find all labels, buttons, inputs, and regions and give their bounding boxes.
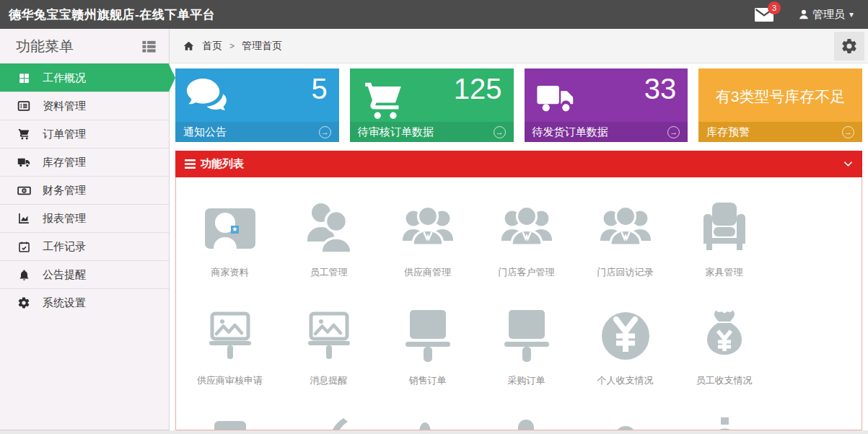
arrow-circle-icon[interactable]: → [667,126,680,138]
breadcrumb-separator: > [229,41,234,51]
cart-large-icon [361,78,405,123]
sidebar-item-finance-mgmt[interactable]: 财务管理 [0,176,169,204]
sidebar-item-label: 资料管理 [43,99,86,113]
function-item-label: 个人收支情况 [597,374,654,387]
chevron-down-icon[interactable] [843,161,853,167]
breadcrumb-current: 管理首页 [242,40,282,53]
sidebar-item-inventory-mgmt[interactable]: 库存管理 [0,148,169,176]
content: 5 通知公告 → 125 待审核订单数据 → 33 待发货订单数据 → [170,63,868,430]
tile-label: 待审核订单数据 [358,125,434,139]
function-item-employee-mgmt[interactable]: 员工管理 [279,196,378,304]
arrow-circle-icon[interactable]: → [319,126,331,138]
sidebar-item-label: 报表管理 [43,212,86,226]
truck-large-icon [535,78,577,120]
function-item-label: 采购订单 [508,374,545,387]
function-item-sales-order[interactable]: 销售订单 [378,304,477,412]
partial-dot-icon [396,412,460,430]
gear-icon [16,296,32,309]
user-icon [798,9,810,20]
caret-down-icon: ▾ [849,9,854,19]
cart-icon [16,128,32,141]
function-item-merchant-info[interactable]: 商家资料 [180,196,279,304]
function-grid: 商家资料 员工管理 供应商管理 门店客户管理 门店回访记录 家具管理 供应商审核… [180,196,862,430]
tile-pending-ship-orders[interactable]: 33 待发货订单数据 → [525,68,688,142]
sidebar-item-data-mgmt[interactable]: 资料管理 [0,92,169,120]
partial-pill-icon [495,412,558,430]
function-item-supplier-review-request[interactable]: 供应商审核申请 [180,304,279,412]
arrow-circle-icon[interactable]: → [842,126,854,138]
function-item-label: 员工管理 [310,266,348,279]
function-item-partial[interactable] [378,412,477,430]
arrow-circle-icon[interactable]: → [494,126,506,138]
armchair-icon [693,196,756,260]
sidebar-item-order-mgmt[interactable]: 订单管理 [0,120,169,148]
function-item-label: 商家资料 [211,266,249,279]
sidebar-item-label: 公告提醒 [43,268,86,282]
sidebar-item-report-mgmt[interactable]: 报表管理 [0,204,169,232]
signboard-icon [495,304,558,368]
summary-tiles: 5 通知公告 → 125 待审核订单数据 → 33 待发货订单数据 → [175,68,862,142]
money-bag-icon [693,304,756,368]
partial-curve-icon [297,412,361,430]
function-item-furniture-mgmt[interactable]: 家具管理 [675,196,773,304]
user-menu[interactable]: 管理员 ▾ [798,8,854,22]
users-group-icon [594,196,657,260]
partial-board-icon [198,412,262,430]
tile-stock-warning[interactable]: 有3类型号库存不足 库存预警 → [698,68,862,142]
sidebar-item-work-overview[interactable]: 工作概况 [0,63,169,92]
th-list-icon[interactable] [141,38,157,55]
function-item-partial[interactable] [180,412,279,430]
chart-icon [16,212,32,225]
function-item-label: 消息提醒 [310,374,348,387]
function-item-label: 家具管理 [706,266,743,279]
sidebar-item-label: 订单管理 [43,128,86,141]
truck-icon [16,156,32,169]
tile-value: 5 [312,73,328,105]
function-item-supplier-mgmt[interactable]: 供应商管理 [378,196,477,304]
function-item-label: 门店客户管理 [499,266,555,279]
app-title: 德华兔宝宝赣州旗舰店-在线下单平台 [0,6,215,23]
function-item-partial[interactable] [279,412,378,430]
topbar: 德华兔宝宝赣州旗舰店-在线下单平台 3 管理员 ▾ [0,0,868,29]
home-icon[interactable] [183,40,195,52]
function-item-label: 员工收支情况 [696,374,753,387]
partial-oval-icon [594,412,657,430]
sidebar: 功能菜单 工作概况 资料管理 订单管理 库存管理 财务管理 报表管理 工作记录 … [0,29,170,430]
function-item-partial[interactable] [675,412,773,430]
tile-label: 通知公告 [183,125,227,139]
comments-icon [186,78,229,113]
sidebar-item-notice-reminder[interactable]: 公告提醒 [0,260,169,288]
id-card-icon [198,196,262,260]
users-group-icon [495,196,558,260]
sidebar-header-title: 功能菜单 [16,37,74,56]
function-item-store-customer-mgmt[interactable]: 门店客户管理 [477,196,576,304]
function-list-panel: 商家资料 员工管理 供应商管理 门店客户管理 门店回访记录 家具管理 供应商审核… [175,177,862,430]
mail-button[interactable]: 3 [755,8,773,25]
tile-pending-review-orders[interactable]: 125 待审核订单数据 → [350,68,514,142]
function-item-partial[interactable] [576,412,675,430]
calendar-icon [16,241,32,253]
breadcrumb-home[interactable]: 首页 [202,40,222,53]
function-item-message-reminder[interactable]: 消息提醒 [279,304,378,412]
function-item-personal-finance[interactable]: 个人收支情况 [576,304,675,412]
sidebar-item-label: 工作概况 [43,71,86,85]
sidebar-item-work-log[interactable]: 工作记录 [0,232,169,260]
function-list-title: 功能列表 [201,157,244,171]
function-item-purchase-order[interactable]: 采购订单 [477,304,576,412]
sidebar-item-system-settings[interactable]: 系统设置 [0,288,169,316]
function-item-employee-finance[interactable]: 员工收支情况 [675,304,773,412]
tile-label: 库存预警 [706,125,750,139]
function-item-label: 门店回访记录 [597,266,654,279]
tile-notice[interactable]: 5 通知公告 → [175,68,339,142]
settings-button[interactable] [834,32,864,61]
function-item-store-visit-log[interactable]: 门店回访记录 [576,196,675,304]
money-icon [16,184,32,198]
user-name: 管理员 [812,8,845,22]
sidebar-item-label: 财务管理 [43,184,86,198]
function-item-partial[interactable] [477,412,576,430]
main-area: 首页 > 管理首页 5 通知公告 → 125 待审核订单数据 → [170,29,868,430]
mail-badge: 3 [768,1,781,14]
tile-value: 33 [644,73,677,105]
function-list-header[interactable]: 功能列表 [175,151,862,177]
tile-value: 125 [454,73,502,105]
